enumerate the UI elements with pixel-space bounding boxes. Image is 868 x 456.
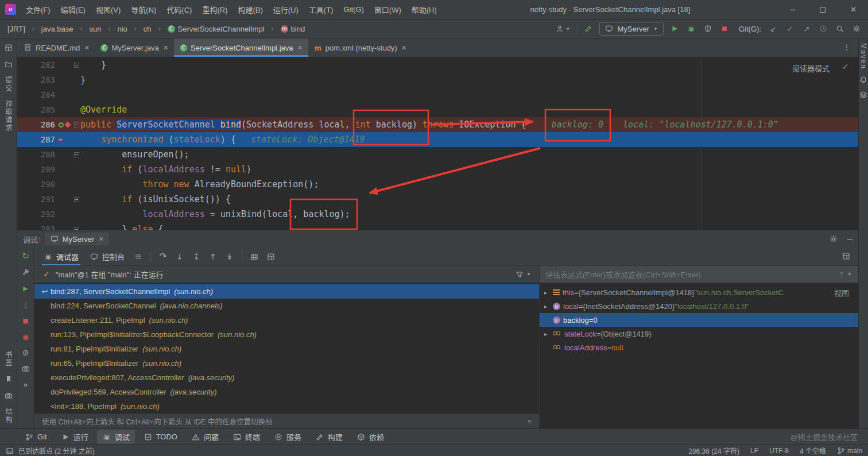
chevron-down-icon[interactable]: ▾ xyxy=(847,270,852,279)
run-config-select[interactable]: MyServer ▾ xyxy=(599,22,664,36)
fold-icon[interactable] xyxy=(72,192,80,207)
run-method-icon[interactable] xyxy=(59,122,64,127)
toolwindow-stripe-label[interactable]: 结构 xyxy=(3,408,13,424)
menu-item[interactable]: 文件(F) xyxy=(21,0,56,19)
status-item[interactable]: 286:36 (24 字符) xyxy=(688,446,739,455)
status-item[interactable]: main xyxy=(837,447,862,455)
toolwindow-button[interactable]: 构建 xyxy=(310,430,348,444)
stack-frame[interactable]: run:81, PipeImpl$Initializer(sun.nio.ch) xyxy=(34,342,539,356)
more-icon[interactable]: » xyxy=(20,379,32,391)
breadcrumb-item[interactable]: ch xyxy=(142,24,153,34)
stop-button[interactable] xyxy=(719,23,730,34)
search-everywhere-button[interactable] xyxy=(834,23,846,34)
code-line[interactable]: 286public ServerSocketChannel bind(Socke… xyxy=(17,117,858,132)
menu-item[interactable]: 重构(R) xyxy=(197,0,232,19)
code-line[interactable]: 291 if (isUnixSocket()) { xyxy=(17,192,858,207)
force-step-into-icon[interactable]: ↧ xyxy=(192,252,201,261)
toolwindow-button[interactable]: 终端 xyxy=(227,430,265,444)
settings-button[interactable] xyxy=(851,23,862,34)
menu-item[interactable]: 导航(N) xyxy=(126,0,161,19)
table-icon[interactable] xyxy=(250,252,259,261)
breadcrumb-item[interactable]: sun xyxy=(87,24,103,34)
update-project-button[interactable]: ↙ xyxy=(768,23,779,34)
build-button[interactable] xyxy=(583,23,594,34)
rerun-icon[interactable]: ↻ xyxy=(20,250,32,262)
history-button[interactable] xyxy=(817,23,829,34)
step-out-icon[interactable]: ↑ xyxy=(208,252,218,261)
minimize-button[interactable]: ─ xyxy=(778,0,807,19)
status-item[interactable]: UTF-8 xyxy=(769,447,789,455)
toolwindow-button[interactable]: 问题 xyxy=(186,430,224,444)
reader-mode-label[interactable]: 阅读器模式 xyxy=(792,63,830,74)
chevron-down-icon[interactable]: ▾ xyxy=(526,270,532,279)
expand-icon[interactable]: ↑ xyxy=(839,270,844,279)
code-line[interactable]: 288 ensureOpen(); xyxy=(17,147,858,162)
menu-item[interactable]: 构建(B) xyxy=(232,0,268,19)
commit-button[interactable]: ✓ xyxy=(784,23,796,34)
debug-tool-tab[interactable]: 调试器 xyxy=(42,248,80,265)
breadcrumb-item[interactable]: nio xyxy=(115,24,129,34)
breadcrumb-item[interactable]: java.base xyxy=(40,24,75,34)
close-icon[interactable]: × xyxy=(402,43,406,52)
debug-tool-tab[interactable]: 控制台 xyxy=(88,248,126,265)
close-icon[interactable]: × xyxy=(298,43,303,52)
code-line[interactable]: 282 } xyxy=(17,57,858,72)
variable-row[interactable]: ▸stateLock = {Object@1419} xyxy=(540,327,858,341)
expand-icon[interactable]: ▸ xyxy=(544,303,553,310)
stack-frame[interactable]: doPrivileged:569, AccessController(java.… xyxy=(34,385,539,399)
wrench-icon[interactable] xyxy=(20,266,32,278)
breadcrumb-item[interactable]: [JRT] xyxy=(6,24,27,34)
code-editor[interactable]: 282 }283}284285@Override286public Server… xyxy=(17,57,858,230)
toolwindow-button[interactable]: 调试 xyxy=(97,430,135,444)
menu-item[interactable]: 编辑(E) xyxy=(56,0,91,19)
toolwindow-stripe-label[interactable]: 提交 xyxy=(3,76,13,92)
toolwindow-button[interactable]: 运行 xyxy=(56,430,94,444)
stack-frame[interactable]: run:123, PipeImpl$Initializer$LoopbackCo… xyxy=(34,327,539,342)
editor-tab[interactable]: CMyServer.java× xyxy=(95,38,174,57)
close-icon[interactable]: × xyxy=(84,43,89,52)
menu-item[interactable]: 窗口(W) xyxy=(369,0,406,19)
expand-icon[interactable]: ▸ xyxy=(544,331,553,337)
fold-icon[interactable] xyxy=(72,117,80,132)
variable-row[interactable]: ▸plocal = {InetSocketAddress@1420} "loca… xyxy=(540,299,858,313)
user-button[interactable]: ▾ xyxy=(554,23,572,34)
layout-icon[interactable] xyxy=(266,252,276,261)
status-message[interactable]: 已到达断点 (2 分钟 之前) xyxy=(18,446,95,455)
restore-layout-button[interactable] xyxy=(842,252,851,262)
breadcrumb-item[interactable]: CServerSocketChannelImpl xyxy=(166,24,266,34)
debug-button[interactable] xyxy=(685,23,697,34)
pause-icon[interactable]: ‖ xyxy=(20,299,32,310)
toolwindow-button[interactable]: TODO xyxy=(138,430,183,444)
coverage-button[interactable] xyxy=(702,23,714,34)
maximize-button[interactable] xyxy=(807,0,839,19)
tab-options-button[interactable] xyxy=(835,38,858,57)
toolwindow-stripe-label[interactable]: Maven xyxy=(859,43,867,69)
code-line[interactable]: 292 localAddress = unixBind(local, backl… xyxy=(17,207,858,222)
toolwindow-button[interactable]: 依赖 xyxy=(351,430,389,444)
stack-frame[interactable]: bind:224, ServerSocketChannel(java.nio.c… xyxy=(34,299,539,313)
editor-tab[interactable]: README.md× xyxy=(17,38,95,57)
view-link[interactable]: 视图 xyxy=(834,287,854,298)
code-line[interactable]: 290 throw new AlreadyBoundException(); xyxy=(17,177,858,192)
stack-frame[interactable]: ↩bind:287, ServerSocketChannelImpl(sun.n… xyxy=(34,284,539,299)
toolwindow-button[interactable]: Git xyxy=(20,430,52,444)
hide-panel-button[interactable]: ─ xyxy=(847,235,852,244)
stack-frame[interactable]: createListener:211, PipeImpl(sun.nio.ch) xyxy=(34,313,539,327)
thread-status-row[interactable]: ✓ "main"@1 在组 "main": 正在运行 ▾ xyxy=(34,266,539,283)
stack-frame[interactable]: <init>:188, PipeImpl(sun.nio.ch) xyxy=(34,399,539,414)
fold-icon[interactable] xyxy=(72,57,80,72)
layers-icon[interactable] xyxy=(859,90,868,99)
menu-item[interactable]: 工具(T) xyxy=(304,0,339,19)
code-line[interactable]: 284 xyxy=(17,87,858,102)
menu-item[interactable]: 运行(U) xyxy=(268,0,304,19)
debug-settings-icon[interactable] xyxy=(829,234,838,244)
code-line[interactable]: 289 if (localAddress != null) xyxy=(17,162,858,177)
toolwindow-stripe-label[interactable]: 书签 xyxy=(3,351,13,367)
code-line[interactable]: 283} xyxy=(17,72,858,87)
stop-square-icon[interactable]: ■ xyxy=(20,315,32,326)
debug-session-tab[interactable]: MyServer × xyxy=(45,233,109,245)
window-icon[interactable] xyxy=(6,447,14,455)
bookmark-icon[interactable] xyxy=(4,374,13,384)
close-button[interactable]: ✕ xyxy=(839,0,868,19)
menu-item[interactable]: Git(G) xyxy=(338,0,369,19)
